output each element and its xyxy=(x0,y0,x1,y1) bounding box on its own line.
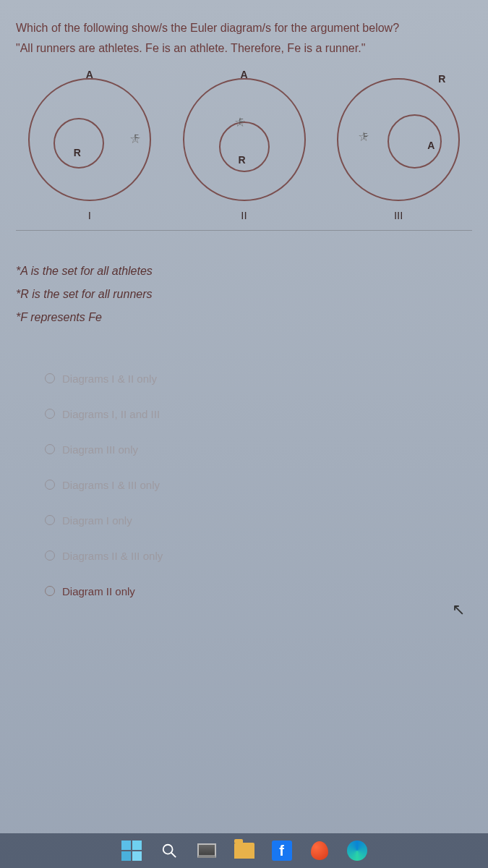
windows-icon xyxy=(121,841,142,861)
radio-icon xyxy=(45,373,55,383)
search-button[interactable] xyxy=(158,840,180,861)
option-4-label: Diagrams I & III only xyxy=(62,479,160,491)
radio-icon xyxy=(45,444,55,454)
diagram-1-inner-label: R xyxy=(74,147,81,158)
search-icon xyxy=(161,843,177,859)
diagram-2-star-label: F xyxy=(239,118,244,126)
diagram-1-roman: I xyxy=(88,209,91,221)
option-1[interactable]: Diagrams I & II only xyxy=(45,373,472,385)
diagram-2: A R ☆ F II xyxy=(171,75,318,221)
option-1-label: Diagrams I & II only xyxy=(62,373,157,385)
diagram-2-outer-label: A xyxy=(241,69,248,80)
diagram-1: A R ☆ F I xyxy=(16,75,163,221)
edge-icon xyxy=(347,841,367,861)
radio-icon xyxy=(45,515,55,525)
radio-icon xyxy=(45,409,55,419)
legend-a: *A is the set for all athletes xyxy=(16,260,472,283)
legend-f: *F represents Fe xyxy=(16,306,472,329)
facebook-icon: f xyxy=(272,841,292,861)
option-2-label: Diagrams I, II and III xyxy=(62,408,160,420)
answer-options: Diagrams I & II only Diagrams I, II and … xyxy=(16,373,472,597)
svg-point-0 xyxy=(163,845,172,854)
legend: *A is the set for all athletes *R is the… xyxy=(16,260,472,329)
option-3-label: Diagram III only xyxy=(62,443,138,456)
app-button[interactable] xyxy=(309,840,330,861)
svg-line-1 xyxy=(171,853,175,857)
radio-icon xyxy=(45,586,55,596)
option-4[interactable]: Diagrams I & III only xyxy=(45,479,472,491)
euler-diagrams-row: A R ☆ F I A R ☆ F II R xyxy=(16,75,472,221)
start-button[interactable] xyxy=(121,840,142,861)
diagram-1-star-label: F xyxy=(134,134,139,142)
option-6-label: Diagrams II & III only xyxy=(62,550,163,562)
option-5-label: Diagram I only xyxy=(62,514,132,527)
legend-r: *R is the set for all runners xyxy=(16,283,472,306)
question-line-2: "All runners are athletes. Fe is an athl… xyxy=(16,41,472,56)
diagram-2-inner-label: R xyxy=(239,154,246,166)
folder-icon xyxy=(234,843,254,859)
app-icon xyxy=(311,841,328,860)
edge-button[interactable] xyxy=(346,840,368,861)
option-5[interactable]: Diagram I only xyxy=(45,514,472,527)
diagram-2-roman: II xyxy=(241,209,247,221)
radio-icon xyxy=(45,480,55,490)
task-view-icon xyxy=(197,843,216,858)
diagram-3: R A ☆ F III xyxy=(325,75,472,221)
option-7-label: Diagram II only xyxy=(62,585,135,597)
diagram-3-star-label: F xyxy=(363,132,367,140)
option-2[interactable]: Diagrams I, II and III xyxy=(45,408,472,420)
option-3[interactable]: Diagram III only xyxy=(45,443,472,456)
task-view-button[interactable] xyxy=(196,840,218,861)
option-7[interactable]: Diagram II only xyxy=(45,585,472,597)
option-6[interactable]: Diagrams II & III only xyxy=(45,550,472,562)
radio-icon xyxy=(45,550,55,561)
question-line-1: Which of the following show/s the Euler … xyxy=(16,20,472,36)
diagram-1-outer-label: A xyxy=(86,69,93,80)
taskbar: f xyxy=(0,833,488,868)
diagram-3-roman: III xyxy=(394,209,403,221)
diagram-3-outer-label: R xyxy=(438,73,445,85)
diagram-3-inner-label: A xyxy=(427,140,435,151)
cursor-icon: ↖ xyxy=(452,600,465,619)
file-explorer-button[interactable] xyxy=(234,840,255,861)
question-text: Which of the following show/s the Euler … xyxy=(16,20,472,57)
facebook-button[interactable]: f xyxy=(271,840,293,861)
divider xyxy=(16,230,472,231)
